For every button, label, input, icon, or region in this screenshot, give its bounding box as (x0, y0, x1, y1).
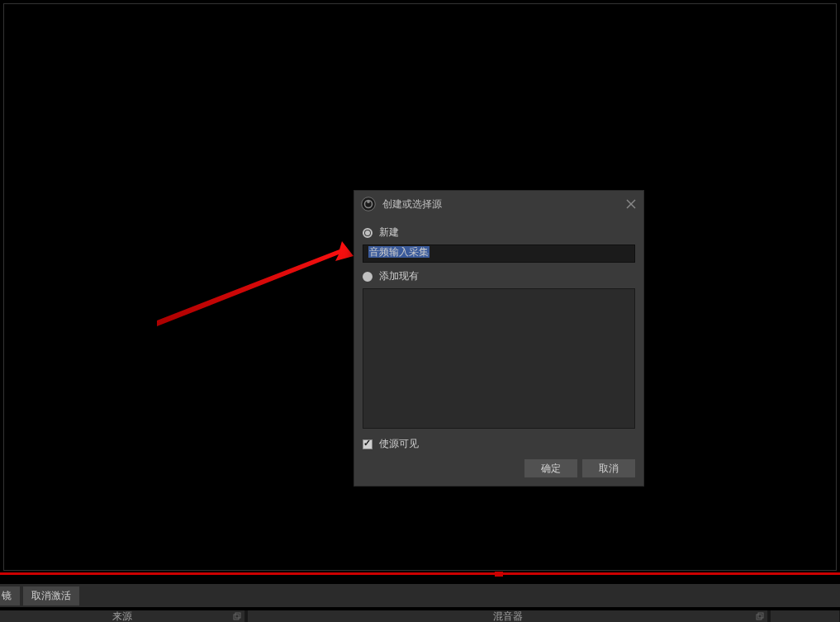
dialog-buttons: 确定 取消 (363, 459, 635, 477)
checkbox-visible[interactable]: 使源可见 (363, 437, 635, 451)
panel-mixer-label: 混音器 (493, 610, 523, 622)
close-icon[interactable] (624, 197, 638, 211)
radio-existing-button[interactable] (363, 272, 373, 282)
detach-icon[interactable] (756, 612, 764, 620)
create-source-dialog: 创建或选择源 新建 音频输入采集 添加现有 使源可见 确定 取消 (354, 190, 644, 487)
svg-rect-6 (234, 615, 239, 620)
radio-existing[interactable]: 添加现有 (363, 269, 635, 283)
panel-sources-label: 来源 (112, 610, 132, 622)
panel-headers: 来源 混音器 (0, 610, 840, 622)
cancel-button[interactable]: 取消 (582, 459, 635, 477)
svg-rect-8 (757, 615, 762, 620)
btn-deactivate[interactable]: 取消激活 (23, 586, 79, 605)
divider-red (0, 572, 840, 575)
svg-rect-7 (235, 613, 240, 618)
radio-new[interactable]: 新建 (363, 226, 635, 240)
detach-icon[interactable] (233, 612, 241, 620)
panel-sources-header[interactable]: 来源 (0, 610, 245, 622)
btn-mirror-partial[interactable]: 镜 (0, 586, 20, 605)
checkbox-visible-box[interactable] (363, 439, 373, 449)
dialog-title: 创建或选择源 (382, 197, 442, 211)
source-name-input[interactable]: 音频输入采集 (363, 245, 635, 263)
panel-mixer-header[interactable]: 混音器 (248, 610, 768, 622)
svg-point-1 (362, 197, 376, 211)
existing-sources-list[interactable] (363, 288, 635, 429)
svg-point-3 (367, 200, 370, 203)
obs-icon (361, 197, 376, 211)
radio-new-label: 新建 (379, 226, 399, 240)
checkbox-visible-label: 使源可见 (379, 437, 419, 451)
toolbar: 镜 取消激活 (0, 584, 840, 607)
radio-existing-label: 添加现有 (379, 269, 419, 283)
dialog-titlebar[interactable]: 创建或选择源 (354, 191, 643, 217)
panel-extra-header[interactable] (771, 610, 840, 622)
dialog-body: 新建 音频输入采集 添加现有 使源可见 确定 取消 (354, 217, 643, 486)
svg-rect-9 (758, 613, 763, 618)
radio-new-button[interactable] (363, 228, 373, 238)
divider-handle[interactable] (495, 572, 503, 577)
ok-button[interactable]: 确定 (524, 459, 577, 477)
